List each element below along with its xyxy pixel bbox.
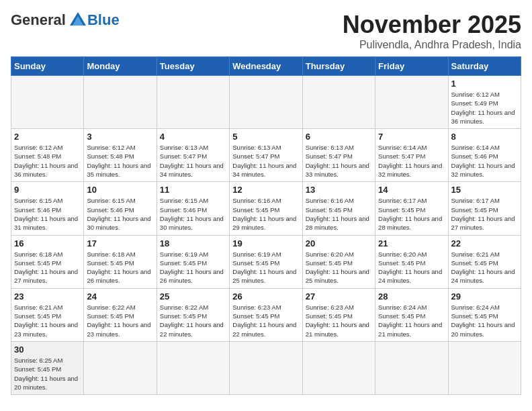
calendar-cell: 20Sunrise: 6:20 AMSunset: 5:45 PMDayligh… — [302, 235, 375, 288]
day-info: Sunrise: 6:12 AMSunset: 5:48 PMDaylight:… — [87, 143, 153, 179]
col-header-saturday: Saturday — [448, 57, 521, 76]
day-number: 24 — [87, 291, 153, 302]
day-number: 25 — [160, 291, 226, 302]
day-number: 1 — [451, 79, 518, 89]
day-number: 9 — [14, 185, 81, 195]
calendar-cell — [302, 76, 375, 129]
calendar-cell: 10Sunrise: 6:15 AMSunset: 5:46 PMDayligh… — [84, 182, 157, 235]
day-info: Sunrise: 6:15 AMSunset: 5:46 PMDaylight:… — [160, 196, 226, 232]
day-number: 4 — [160, 132, 226, 142]
day-info: Sunrise: 6:19 AMSunset: 5:45 PMDaylight:… — [232, 250, 299, 285]
day-info: Sunrise: 6:14 AMSunset: 5:47 PMDaylight:… — [378, 143, 445, 179]
day-number: 5 — [232, 132, 299, 142]
calendar-cell: 13Sunrise: 6:16 AMSunset: 5:45 PMDayligh… — [302, 182, 375, 235]
col-header-thursday: Thursday — [302, 57, 375, 76]
day-info: Sunrise: 6:19 AMSunset: 5:45 PMDaylight:… — [160, 250, 226, 285]
day-info: Sunrise: 6:12 AMSunset: 5:49 PMDaylight:… — [451, 90, 518, 126]
location-title: Pulivendla, Andhra Pradesh, India — [343, 39, 521, 51]
calendar-cell: 8Sunrise: 6:14 AMSunset: 5:46 PMDaylight… — [448, 129, 521, 182]
col-header-wednesday: Wednesday — [230, 57, 302, 76]
calendar-cell — [230, 341, 302, 394]
day-info: Sunrise: 6:24 AMSunset: 5:45 PMDaylight:… — [451, 303, 518, 338]
calendar-cell: 6Sunrise: 6:13 AMSunset: 5:47 PMDaylight… — [302, 129, 375, 182]
calendar-cell: 24Sunrise: 6:22 AMSunset: 5:45 PMDayligh… — [84, 288, 157, 341]
header: General Blue November 2025 Pulivendla, A… — [11, 11, 521, 51]
col-header-tuesday: Tuesday — [157, 57, 229, 76]
day-number: 22 — [451, 238, 518, 248]
day-number: 14 — [378, 185, 445, 195]
day-number: 10 — [87, 185, 153, 195]
day-info: Sunrise: 6:17 AMSunset: 5:45 PMDaylight:… — [451, 196, 518, 232]
calendar-cell — [84, 341, 157, 394]
day-number: 13 — [306, 185, 372, 195]
calendar-cell: 29Sunrise: 6:24 AMSunset: 5:45 PMDayligh… — [448, 288, 521, 341]
calendar-cell: 1Sunrise: 6:12 AMSunset: 5:49 PMDaylight… — [448, 76, 521, 129]
calendar-week-row: 16Sunrise: 6:18 AMSunset: 5:45 PMDayligh… — [11, 235, 521, 288]
calendar-cell: 30Sunrise: 6:25 AMSunset: 5:45 PMDayligh… — [11, 341, 84, 394]
day-info: Sunrise: 6:17 AMSunset: 5:45 PMDaylight:… — [378, 196, 445, 232]
calendar-cell: 2Sunrise: 6:12 AMSunset: 5:48 PMDaylight… — [11, 129, 84, 182]
calendar-week-row: 30Sunrise: 6:25 AMSunset: 5:45 PMDayligh… — [11, 341, 521, 394]
day-info: Sunrise: 6:12 AMSunset: 5:48 PMDaylight:… — [14, 143, 81, 179]
calendar-cell: 21Sunrise: 6:20 AMSunset: 5:45 PMDayligh… — [375, 235, 448, 288]
day-info: Sunrise: 6:20 AMSunset: 5:45 PMDaylight:… — [378, 250, 445, 285]
col-header-monday: Monday — [84, 57, 157, 76]
day-number: 27 — [306, 291, 372, 302]
day-number: 3 — [87, 132, 153, 142]
day-info: Sunrise: 6:23 AMSunset: 5:45 PMDaylight:… — [232, 303, 299, 338]
calendar-cell — [230, 76, 302, 129]
day-number: 11 — [160, 185, 226, 195]
calendar-cell: 26Sunrise: 6:23 AMSunset: 5:45 PMDayligh… — [230, 288, 302, 341]
calendar-header-row: SundayMondayTuesdayWednesdayThursdayFrid… — [11, 57, 521, 76]
day-info: Sunrise: 6:22 AMSunset: 5:45 PMDaylight:… — [87, 303, 153, 338]
calendar-week-row: 1Sunrise: 6:12 AMSunset: 5:49 PMDaylight… — [11, 76, 521, 129]
day-info: Sunrise: 6:13 AMSunset: 5:47 PMDaylight:… — [306, 143, 372, 179]
calendar-week-row: 23Sunrise: 6:21 AMSunset: 5:45 PMDayligh… — [11, 288, 521, 341]
calendar-cell: 27Sunrise: 6:23 AMSunset: 5:45 PMDayligh… — [302, 288, 375, 341]
day-number: 8 — [451, 132, 518, 142]
calendar-week-row: 2Sunrise: 6:12 AMSunset: 5:48 PMDaylight… — [11, 129, 521, 182]
day-info: Sunrise: 6:16 AMSunset: 5:45 PMDaylight:… — [232, 196, 299, 232]
col-header-sunday: Sunday — [11, 57, 84, 76]
day-info: Sunrise: 6:24 AMSunset: 5:45 PMDaylight:… — [378, 303, 445, 338]
day-number: 26 — [232, 291, 299, 302]
calendar-cell: 16Sunrise: 6:18 AMSunset: 5:45 PMDayligh… — [11, 235, 84, 288]
day-info: Sunrise: 6:15 AMSunset: 5:46 PMDaylight:… — [14, 196, 81, 232]
day-info: Sunrise: 6:25 AMSunset: 5:45 PMDaylight:… — [14, 356, 81, 392]
day-number: 30 — [14, 345, 81, 355]
calendar-cell: 14Sunrise: 6:17 AMSunset: 5:45 PMDayligh… — [375, 182, 448, 235]
day-info: Sunrise: 6:18 AMSunset: 5:45 PMDaylight:… — [87, 250, 153, 285]
day-number: 23 — [14, 291, 81, 302]
day-info: Sunrise: 6:18 AMSunset: 5:45 PMDaylight:… — [14, 250, 81, 285]
day-info: Sunrise: 6:21 AMSunset: 5:45 PMDaylight:… — [451, 250, 518, 285]
calendar-cell: 23Sunrise: 6:21 AMSunset: 5:45 PMDayligh… — [11, 288, 84, 341]
day-info: Sunrise: 6:13 AMSunset: 5:47 PMDaylight:… — [160, 143, 226, 179]
day-number: 7 — [378, 132, 445, 142]
title-section: November 2025 Pulivendla, Andhra Pradesh… — [343, 11, 521, 51]
day-info: Sunrise: 6:14 AMSunset: 5:46 PMDaylight:… — [451, 143, 518, 179]
logo-general-text: General — [11, 11, 66, 29]
calendar-cell — [157, 76, 229, 129]
day-number: 17 — [87, 238, 153, 248]
calendar-cell: 4Sunrise: 6:13 AMSunset: 5:47 PMDaylight… — [157, 129, 229, 182]
calendar-cell: 9Sunrise: 6:15 AMSunset: 5:46 PMDaylight… — [11, 182, 84, 235]
calendar-cell: 25Sunrise: 6:22 AMSunset: 5:45 PMDayligh… — [157, 288, 229, 341]
day-number: 12 — [232, 185, 299, 195]
day-info: Sunrise: 6:16 AMSunset: 5:45 PMDaylight:… — [306, 196, 372, 232]
day-number: 6 — [306, 132, 372, 142]
day-number: 2 — [14, 132, 81, 142]
calendar-cell: 3Sunrise: 6:12 AMSunset: 5:48 PMDaylight… — [84, 129, 157, 182]
logo-icon — [69, 11, 87, 30]
calendar-cell — [11, 76, 84, 129]
col-header-friday: Friday — [375, 57, 448, 76]
day-number: 28 — [378, 291, 445, 302]
day-number: 29 — [451, 291, 518, 302]
day-number: 19 — [232, 238, 299, 248]
day-number: 20 — [306, 238, 372, 248]
day-info: Sunrise: 6:15 AMSunset: 5:46 PMDaylight:… — [87, 196, 153, 232]
day-number: 21 — [378, 238, 445, 248]
month-title: November 2025 — [343, 11, 521, 39]
calendar-week-row: 9Sunrise: 6:15 AMSunset: 5:46 PMDaylight… — [11, 182, 521, 235]
day-info: Sunrise: 6:21 AMSunset: 5:45 PMDaylight:… — [14, 303, 81, 338]
calendar-cell — [157, 341, 229, 394]
